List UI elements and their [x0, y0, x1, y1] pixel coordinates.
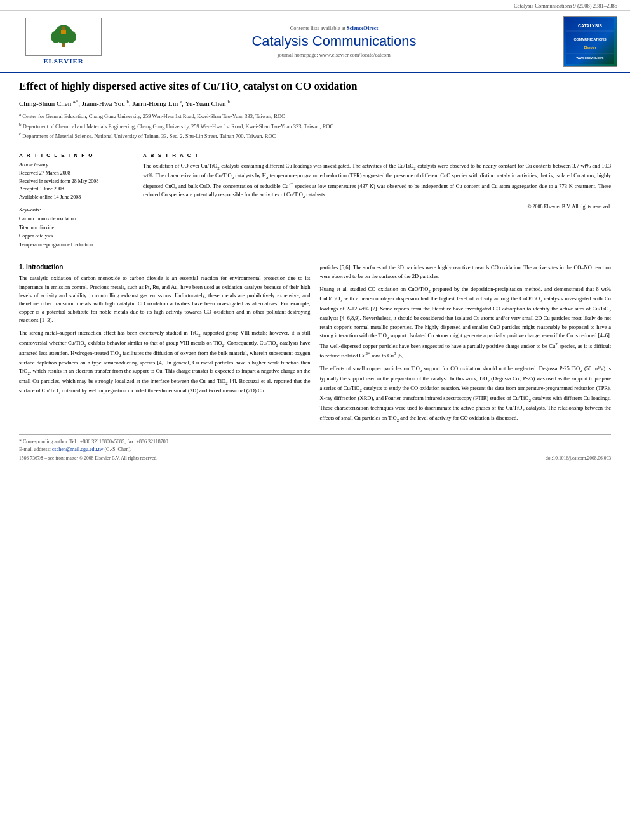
- svg-text:Elsevier: Elsevier: [584, 46, 596, 50]
- intro-paragraph-1: The catalytic oxidation of carbon monoxi…: [19, 274, 311, 324]
- history-online: Available online 14 June 2008: [19, 194, 125, 202]
- footer-issn: 1566-7367/$ – see front matter © 2008 El…: [19, 455, 158, 461]
- journal-title: Catalysis Communications: [114, 33, 554, 50]
- authors: Ching-Shiun Chen a,*, Jiann-Hwa You b, J…: [19, 99, 611, 107]
- svg-point-2: [51, 30, 61, 43]
- keyword-1: Carbon monoxide oxidation: [19, 215, 125, 223]
- affiliation-b: b Department of Chemical and Materials E…: [19, 121, 611, 131]
- article-history-title: Article history:: [19, 162, 125, 168]
- keyword-4: Temperature-programmed reduction: [19, 241, 125, 250]
- footer-doi: doi:10.1016/j.catcom.2008.06.003: [546, 455, 611, 461]
- svg-point-3: [66, 30, 76, 43]
- right-paragraph-1: particles [5,6]. The surfaces of the 3D …: [320, 263, 612, 280]
- catalysis-badge: CATALYSIS COMMUNICATIONS Elsevier www.el…: [563, 16, 617, 67]
- keywords-section: Keywords: Carbon monoxide oxidation Tita…: [19, 207, 125, 249]
- abstract-text: The oxidation of CO over Cu/TiO2 catalys…: [143, 162, 611, 200]
- sciencedirect-line: Contents lists available at ScienceDirec…: [114, 25, 554, 31]
- history-accepted: Accepted 1 June 2008: [19, 185, 125, 194]
- body-left-column: 1. Introduction The catalytic oxidation …: [19, 263, 311, 428]
- keyword-3: Copper catalysts: [19, 232, 125, 241]
- elsevier-logo-box: [25, 18, 102, 56]
- right-paragraph-2: Huang et al. studied CO oxidation on CuO…: [320, 285, 612, 360]
- journal-header-center: Contents lists available at ScienceDirec…: [114, 25, 554, 58]
- abstract-label: A B S T R A C T: [143, 152, 611, 158]
- article-info-column: A R T I C L E I N F O Article history: R…: [19, 152, 133, 250]
- article-history: Article history: Received 27 March 2008 …: [19, 162, 125, 202]
- sciencedirect-link[interactable]: ScienceDirect: [347, 25, 378, 31]
- svg-text:COMMUNICATIONS: COMMUNICATIONS: [573, 37, 607, 41]
- elsevier-logo: ELSEVIER: [13, 18, 114, 65]
- journal-homepage: journal homepage: www.elsevier.com/locat…: [114, 51, 554, 58]
- affiliations: a Center for General Education, Chang Gu…: [19, 111, 611, 140]
- svg-point-4: [62, 26, 65, 30]
- introduction-heading: 1. Introduction: [19, 263, 311, 270]
- keyword-2: Titanium dioxide: [19, 223, 125, 232]
- right-paragraph-3: The effects of small copper particles on…: [320, 364, 612, 423]
- email-link[interactable]: cschen@mail.cgu.edu.tw: [52, 446, 103, 452]
- article-info-abstract-section: A R T I C L E I N F O Article history: R…: [19, 147, 611, 250]
- body-content: 1. Introduction The catalytic oxidation …: [19, 257, 611, 428]
- affiliation-a: a Center for General Education, Chang Gu…: [19, 111, 611, 121]
- journal-citation-bar: Catalysis Communications 9 (2008) 2381–2…: [0, 0, 630, 11]
- svg-text:www.elsevier.com: www.elsevier.com: [576, 56, 604, 60]
- history-received: Received 27 March 2008: [19, 170, 125, 178]
- intro-paragraph-2: The strong metal–support interaction eff…: [19, 329, 311, 396]
- svg-text:CATALYSIS: CATALYSIS: [578, 23, 602, 28]
- history-revised: Received in revised form 28 May 2008: [19, 178, 125, 186]
- affiliation-c: c Department of Material Science, Nation…: [19, 131, 611, 140]
- keywords-title: Keywords:: [19, 207, 125, 213]
- article-title: Effect of highly dispersed active sites …: [19, 79, 611, 94]
- svg-rect-5: [61, 30, 66, 34]
- footnote-email: E-mail address: cschen@mail.cgu.edu.tw (…: [19, 446, 611, 452]
- journal-header-right: CATALYSIS COMMUNICATIONS Elsevier www.el…: [554, 16, 617, 67]
- body-right-column: particles [5,6]. The surfaces of the 3D …: [320, 263, 612, 428]
- journal-citation-text: Catalysis Communications 9 (2008) 2381–2…: [514, 3, 617, 9]
- page-footer: * Corresponding author. Tel.: +886 32118…: [19, 434, 611, 461]
- footer-bottom: 1566-7367/$ – see front matter © 2008 El…: [19, 455, 611, 461]
- article-info-label: A R T I C L E I N F O: [19, 152, 125, 158]
- elsevier-label: ELSEVIER: [43, 57, 84, 65]
- journal-header: ELSEVIER Contents lists available at Sci…: [0, 11, 630, 73]
- copyright-text: © 2008 Elsevier B.V. All rights reserved…: [143, 204, 611, 210]
- main-content: Effect of highly dispersed active sites …: [0, 73, 630, 474]
- footnote-corresponding: * Corresponding author. Tel.: +886 32118…: [19, 439, 611, 444]
- journal-header-left: ELSEVIER: [13, 18, 114, 65]
- abstract-column: A B S T R A C T The oxidation of CO over…: [143, 152, 611, 250]
